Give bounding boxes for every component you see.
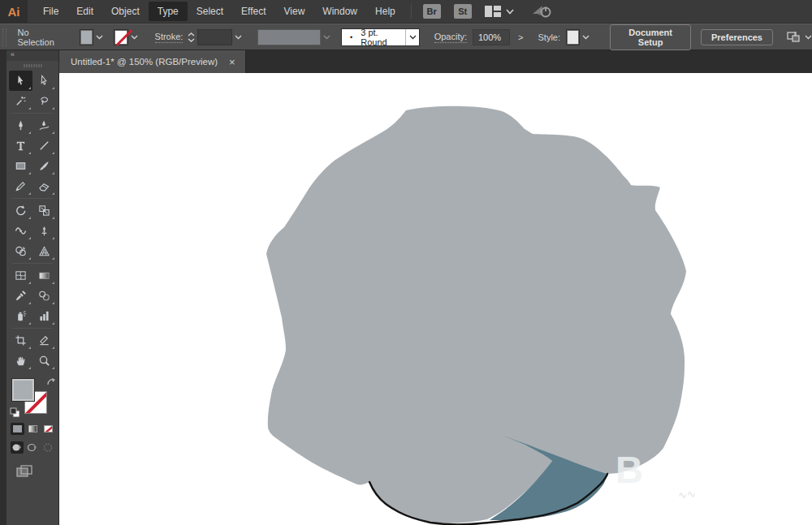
- menu-item-object[interactable]: Object: [102, 2, 149, 21]
- rotate-tool[interactable]: [9, 200, 32, 221]
- artboard-tool[interactable]: [9, 330, 32, 351]
- menu-item-help[interactable]: Help: [366, 2, 404, 21]
- paintbrush-icon: [38, 160, 50, 172]
- fill-indicator[interactable]: [11, 378, 35, 402]
- default-fill-stroke-icon[interactable]: [10, 407, 20, 418]
- swap-fill-stroke-icon[interactable]: [46, 377, 56, 386]
- document-setup-button[interactable]: Document Setup: [610, 24, 691, 50]
- artboard-canvas[interactable]: B ∿∿: [59, 73, 812, 525]
- screen-mode-button[interactable]: [16, 465, 32, 477]
- tool-row: [9, 136, 56, 156]
- mesh-tool[interactable]: [9, 265, 32, 286]
- draw-inside-icon: [43, 443, 53, 452]
- menu-item-select[interactable]: Select: [188, 2, 232, 21]
- style-chevron-down-icon[interactable]: [582, 35, 590, 40]
- column-graph-tool[interactable]: [32, 306, 56, 326]
- width-tool[interactable]: [9, 221, 32, 241]
- pen-tool[interactable]: [9, 115, 32, 136]
- paintbrush-tool[interactable]: [32, 156, 56, 176]
- align-options[interactable]: [786, 31, 812, 44]
- selection-tool[interactable]: [9, 71, 32, 91]
- lasso-tool[interactable]: [32, 91, 56, 111]
- zoom-tool[interactable]: [32, 351, 56, 371]
- gradient-tool[interactable]: [32, 265, 56, 286]
- pencil-icon: [15, 180, 27, 192]
- stroke-weight-label[interactable]: Stroke:: [155, 32, 184, 43]
- rectangle-tool[interactable]: [9, 156, 32, 176]
- menu-item-view[interactable]: View: [275, 2, 314, 21]
- fill-stroke-widget: [10, 377, 58, 421]
- preferences-button[interactable]: Preferences: [701, 29, 773, 45]
- opacity-label[interactable]: Opacity:: [434, 32, 467, 43]
- fill-chevron-down-icon[interactable]: [96, 35, 103, 40]
- document-tab-bar: Untitled-1* @ 150% (RGB/Preview) ×: [59, 50, 812, 73]
- width-profile-chevron-down-icon[interactable]: [323, 35, 330, 40]
- tools-panel: «: [6, 50, 59, 525]
- tool-group-divider: [12, 198, 53, 199]
- curvature-icon: [38, 119, 50, 131]
- controlbar-grip[interactable]: [2, 28, 6, 46]
- symbol-sprayer-tool[interactable]: [9, 306, 32, 326]
- eyedropper-tool[interactable]: [9, 286, 32, 306]
- column-graph-icon: [38, 310, 50, 322]
- color-icon: [13, 425, 22, 432]
- hand-tool[interactable]: [9, 351, 32, 371]
- line-segment-tool[interactable]: [32, 136, 56, 156]
- stroke-weight-field[interactable]: [197, 29, 232, 45]
- color-button[interactable]: [11, 423, 24, 435]
- badge-st[interactable]: St: [454, 4, 472, 19]
- tools-panel-grip[interactable]: [6, 61, 58, 71]
- stroke-weight-stepper[interactable]: [188, 32, 195, 42]
- none-button[interactable]: [41, 423, 55, 435]
- perspective-grid-tool[interactable]: [32, 241, 56, 261]
- draw-behind-button[interactable]: [26, 441, 39, 454]
- magic-wand-tool[interactable]: [9, 91, 32, 111]
- rotate-icon: [15, 204, 27, 217]
- direct-selection-icon: [38, 75, 50, 87]
- shape-builder-tool[interactable]: [9, 241, 32, 261]
- brush-chevron-down-icon[interactable]: [405, 29, 418, 45]
- artboard-icon: [15, 334, 27, 346]
- style-swatch[interactable]: [566, 29, 580, 45]
- cs-live-icon: [532, 4, 553, 19]
- type-tool[interactable]: [9, 136, 32, 156]
- menu-item-effect[interactable]: Effect: [232, 2, 274, 21]
- blend-tool[interactable]: [32, 286, 56, 306]
- draw-inside-button[interactable]: [41, 441, 54, 454]
- stroke-color-swatch[interactable]: [114, 29, 127, 45]
- tab-close-icon[interactable]: ×: [229, 57, 235, 67]
- brush-dot-icon: •: [350, 33, 352, 41]
- draw-normal-button[interactable]: [11, 441, 24, 454]
- curvature-tool[interactable]: [32, 115, 56, 136]
- stroke-chevron-down-icon[interactable]: [131, 35, 138, 40]
- menu-items: FileEditObjectTypeSelectEffectViewWindow…: [34, 2, 404, 21]
- width-icon: [15, 225, 27, 237]
- stroke-weight-chevron-down-icon[interactable]: [235, 35, 242, 40]
- menu-item-window[interactable]: Window: [313, 2, 366, 21]
- tool-row: [9, 330, 56, 351]
- color-mode-buttons: [6, 423, 58, 435]
- menu-item-edit[interactable]: Edit: [67, 2, 102, 21]
- workspace-switcher[interactable]: [485, 6, 514, 17]
- opacity-field[interactable]: 100%: [473, 29, 510, 45]
- opacity-expand-button[interactable]: >: [515, 32, 526, 42]
- scale-tool[interactable]: [32, 200, 56, 221]
- fill-color-swatch[interactable]: [80, 29, 93, 45]
- free-transform-tool[interactable]: [32, 221, 56, 241]
- gradient-button[interactable]: [26, 423, 40, 435]
- workspace-switcher-icon: [485, 6, 501, 17]
- tools-collapse-button[interactable]: «: [6, 50, 58, 61]
- eraser-tool[interactable]: [32, 176, 56, 196]
- brush-definition-dropdown[interactable]: • 3 pt. Round: [341, 28, 420, 46]
- badge-br[interactable]: Br: [423, 4, 441, 19]
- cs-live-button[interactable]: [532, 4, 553, 19]
- width-profile-dropdown[interactable]: [257, 29, 321, 45]
- direct-selection-tool[interactable]: [32, 71, 56, 91]
- menu-item-type[interactable]: Type: [149, 2, 188, 21]
- pencil-tool[interactable]: [9, 176, 32, 196]
- tool-row: [9, 91, 56, 111]
- slice-tool[interactable]: [32, 330, 56, 351]
- menu-item-file[interactable]: File: [34, 2, 67, 21]
- tool-row: [9, 200, 56, 221]
- document-tab[interactable]: Untitled-1* @ 150% (RGB/Preview) ×: [59, 50, 246, 73]
